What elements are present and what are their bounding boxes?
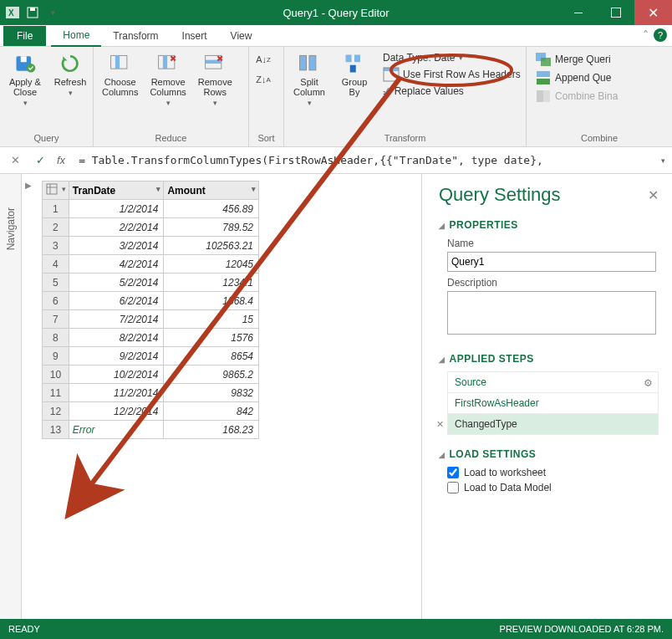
cell-amount[interactable]: 9865.2 bbox=[164, 366, 259, 384]
table-row[interactable]: 8 8/2/2014 1576 bbox=[43, 329, 259, 347]
cell-amount[interactable]: 1568.4 bbox=[164, 292, 259, 310]
append-queries-button[interactable]: Append Que bbox=[535, 70, 618, 85]
table-row-error[interactable]: 13 Error 168.23 bbox=[43, 421, 259, 439]
row-number[interactable]: 6 bbox=[43, 292, 69, 310]
use-first-row-headers-button[interactable]: Use First Row As Headers bbox=[383, 67, 521, 82]
view-tab[interactable]: View bbox=[219, 26, 264, 46]
row-number[interactable]: 2 bbox=[43, 218, 69, 237]
step-firstrowasheader[interactable]: FirstRowAsHeader bbox=[448, 392, 658, 413]
insert-tab[interactable]: Insert bbox=[171, 26, 219, 46]
cell-amount[interactable]: 789.52 bbox=[164, 218, 259, 237]
column-header-trandate[interactable]: TranDate ▾ bbox=[69, 181, 164, 200]
row-number[interactable]: 5 bbox=[43, 273, 69, 292]
cell-amount[interactable]: 168.23 bbox=[164, 421, 259, 439]
qat-dropdown-icon[interactable]: ▾ bbox=[43, 3, 62, 22]
query-description-input[interactable] bbox=[447, 291, 656, 335]
row-number[interactable]: 11 bbox=[43, 384, 69, 402]
cell-trandate[interactable]: 11/2/2014 bbox=[69, 384, 164, 402]
row-number[interactable]: 13 bbox=[43, 421, 69, 439]
refresh-button[interactable]: Refresh ▾ bbox=[50, 50, 90, 99]
load-to-datamodel-checkbox[interactable]: Load to Data Model bbox=[447, 482, 659, 493]
table-row[interactable]: 10 10/2/2014 9865.2 bbox=[43, 366, 259, 384]
group-by-button[interactable]: Group By bbox=[334, 50, 374, 99]
column-header-amount[interactable]: Amount ▾ bbox=[164, 181, 259, 200]
properties-section-header[interactable]: PROPERTIES bbox=[439, 219, 659, 231]
file-tab[interactable]: File bbox=[3, 26, 46, 46]
formula-input[interactable] bbox=[74, 151, 653, 169]
merge-queries-button[interactable]: Merge Queri bbox=[535, 52, 618, 67]
table-row[interactable]: 9 9/2/2014 8654 bbox=[43, 347, 259, 366]
cell-amount[interactable]: 8654 bbox=[164, 347, 259, 366]
cell-trandate[interactable]: 3/2/2014 bbox=[69, 237, 164, 255]
table-row[interactable]: 1 1/2/2014 456.89 bbox=[43, 200, 259, 218]
cell-amount[interactable]: 842 bbox=[164, 402, 259, 421]
applied-steps-section-header[interactable]: APPLIED STEPS bbox=[439, 353, 659, 365]
table-row[interactable]: 12 12/2/2014 842 bbox=[43, 402, 259, 421]
row-number[interactable]: 1 bbox=[43, 200, 69, 218]
table-row[interactable]: 2 2/2/2014 789.52 bbox=[43, 218, 259, 237]
row-number[interactable]: 8 bbox=[43, 329, 69, 347]
table-row[interactable]: 5 5/2/2014 1234.1 bbox=[43, 273, 259, 292]
load-to-worksheet-checkbox[interactable]: Load to worksheet bbox=[447, 467, 659, 478]
cell-trandate[interactable]: 7/2/2014 bbox=[69, 310, 164, 329]
apply-close-button[interactable]: Apply & Close ▾ bbox=[5, 50, 45, 109]
remove-rows-button[interactable]: Remove Rows ▾ bbox=[195, 50, 236, 109]
navigator-pane-collapsed[interactable]: Navigator bbox=[0, 174, 22, 619]
cell-trandate[interactable]: 8/2/2014 bbox=[69, 329, 164, 347]
table-row[interactable]: 6 6/2/2014 1568.4 bbox=[43, 292, 259, 310]
cell-trandate[interactable]: 5/2/2014 bbox=[69, 273, 164, 292]
table-row[interactable]: 7 7/2/2014 15 bbox=[43, 310, 259, 329]
sort-desc-button[interactable]: Z↓A bbox=[254, 70, 272, 89]
navigator-expand-icon[interactable]: ▶ bbox=[25, 181, 32, 190]
cell-amount[interactable]: 9832 bbox=[164, 384, 259, 402]
table-row[interactable]: 3 3/2/2014 102563.21 bbox=[43, 237, 259, 255]
gear-icon[interactable]: ⚙ bbox=[644, 377, 653, 389]
fx-icon[interactable]: fx bbox=[57, 154, 65, 166]
table-row[interactable]: 11 11/2/2014 9832 bbox=[43, 384, 259, 402]
replace-values-button[interactable]: ₁⁄₂ Replace Values bbox=[383, 85, 521, 97]
close-settings-icon[interactable]: ✕ bbox=[648, 187, 659, 203]
home-tab[interactable]: Home bbox=[51, 25, 101, 47]
cell-trandate[interactable]: 9/2/2014 bbox=[69, 347, 164, 366]
row-number[interactable]: 3 bbox=[43, 237, 69, 255]
cell-trandate[interactable]: 4/2/2014 bbox=[69, 255, 164, 273]
cell-amount[interactable]: 15 bbox=[164, 310, 259, 329]
delete-step-icon[interactable]: ✕ bbox=[436, 419, 444, 430]
sort-asc-button[interactable]: A↓Z bbox=[254, 50, 272, 69]
maximize-button[interactable] bbox=[597, 0, 634, 25]
cell-amount[interactable]: 456.89 bbox=[164, 200, 259, 218]
cell-amount[interactable]: 102563.21 bbox=[164, 237, 259, 255]
remove-columns-button[interactable]: Remove Columns ▾ bbox=[146, 50, 189, 109]
step-source[interactable]: Source ⚙ bbox=[448, 371, 658, 392]
cancel-formula-icon[interactable]: ✕ bbox=[7, 154, 23, 166]
select-all-corner[interactable]: ▾ bbox=[43, 181, 69, 200]
cell-trandate[interactable]: 2/2/2014 bbox=[69, 218, 164, 237]
cell-trandate[interactable]: 12/2/2014 bbox=[69, 402, 164, 421]
choose-columns-button[interactable]: Choose Columns bbox=[99, 50, 141, 99]
cell-error[interactable]: Error bbox=[69, 421, 164, 439]
transform-tab[interactable]: Transform bbox=[101, 26, 170, 46]
formula-expand-icon[interactable]: ▾ bbox=[661, 156, 665, 165]
cell-trandate[interactable]: 6/2/2014 bbox=[69, 292, 164, 310]
query-name-input[interactable] bbox=[447, 252, 656, 272]
minimize-button[interactable] bbox=[559, 0, 597, 25]
accept-formula-icon[interactable]: ✓ bbox=[32, 154, 48, 166]
data-type-dropdown[interactable]: Data Type: Date ▾ bbox=[383, 52, 521, 64]
cell-amount[interactable]: 12045 bbox=[164, 255, 259, 273]
step-changedtype[interactable]: ✕ ChangedType bbox=[448, 413, 658, 434]
cell-amount[interactable]: 1234.1 bbox=[164, 273, 259, 292]
split-column-button[interactable]: Split Column ▾ bbox=[289, 50, 329, 109]
row-number[interactable]: 4 bbox=[43, 255, 69, 273]
row-number[interactable]: 12 bbox=[43, 402, 69, 421]
table-row[interactable]: 4 4/2/2014 12045 bbox=[43, 255, 259, 273]
collapse-ribbon-icon[interactable]: ˄ bbox=[643, 28, 649, 42]
cell-trandate[interactable]: 1/2/2014 bbox=[69, 200, 164, 218]
row-number[interactable]: 7 bbox=[43, 310, 69, 329]
cell-amount[interactable]: 1576 bbox=[164, 329, 259, 347]
save-icon[interactable] bbox=[23, 3, 42, 22]
help-icon[interactable]: ? bbox=[654, 28, 667, 42]
row-number[interactable]: 9 bbox=[43, 347, 69, 366]
cell-trandate[interactable]: 10/2/2014 bbox=[69, 366, 164, 384]
close-button[interactable]: ✕ bbox=[634, 0, 672, 25]
row-number[interactable]: 10 bbox=[43, 366, 69, 384]
